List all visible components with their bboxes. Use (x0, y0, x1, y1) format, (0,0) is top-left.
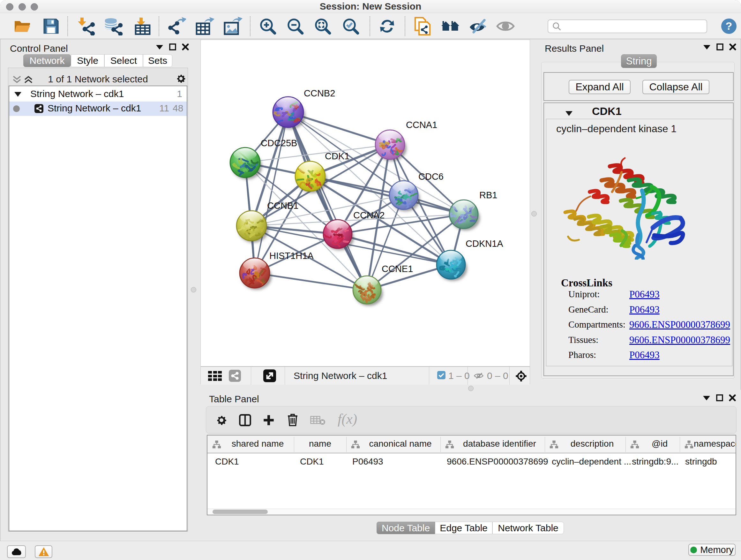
svg-text:CDKN1A: CDKN1A (466, 239, 503, 249)
svg-text:CCNB1: CCNB1 (267, 200, 298, 211)
svg-text:CDC25B: CDC25B (261, 138, 297, 148)
svg-text:?: ? (726, 20, 732, 32)
svg-text:CCNB2: CCNB2 (304, 88, 335, 98)
svg-text:RB1: RB1 (479, 190, 497, 200)
svg-text:HIST1H1A: HIST1H1A (269, 251, 314, 261)
svg-text:CDK1: CDK1 (325, 151, 349, 161)
svg-text:CCNE1: CCNE1 (382, 264, 413, 274)
svg-text:CDC6: CDC6 (418, 172, 444, 182)
svg-text:CCNA1: CCNA1 (406, 120, 437, 130)
svg-text:CCNA2: CCNA2 (353, 210, 385, 220)
